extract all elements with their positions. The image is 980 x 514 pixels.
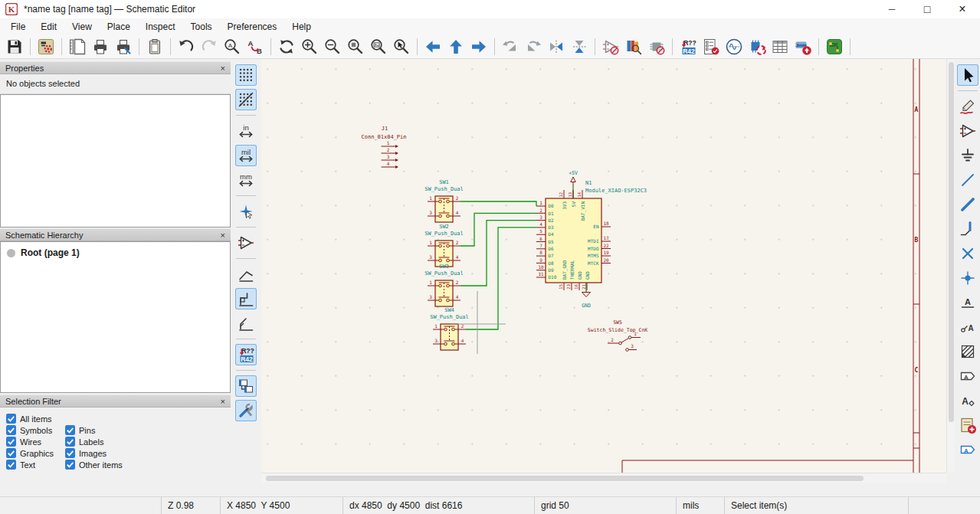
no-connect-button[interactable] [957, 243, 978, 264]
export-bom-button[interactable]: .bom [792, 36, 814, 57]
global-label-button[interactable]: A [957, 365, 978, 387]
symbol-fields-table-button[interactable] [769, 36, 791, 57]
menu-view[interactable]: View [64, 18, 100, 35]
nav-up-button[interactable] [445, 36, 467, 57]
filter-symbols[interactable]: Symbols [6, 425, 65, 435]
hierarchical-label-button[interactable]: A [957, 439, 978, 460]
connector-j1[interactable]: J1 Conn_01x04_Pin 1 2 3 4 [361, 126, 406, 169]
units-mm-button[interactable]: mm [235, 169, 257, 191]
rotate-cw-button[interactable] [523, 36, 544, 57]
menu-help[interactable]: Help [284, 18, 319, 35]
filter-labels[interactable]: Labels [65, 437, 225, 447]
menu-inspect[interactable]: Inspect [138, 18, 183, 35]
maximize-button[interactable]: □ [910, 0, 945, 18]
power-5v[interactable]: +5V [569, 170, 578, 188]
zoom-out-button[interactable] [322, 36, 343, 57]
open-pcb-editor-button[interactable] [824, 36, 845, 57]
filter-pins[interactable]: Pins [65, 425, 225, 435]
erc-button[interactable] [700, 36, 722, 57]
plot-button[interactable] [113, 36, 134, 57]
units-inches-button[interactable]: in [235, 120, 257, 142]
mirror-h-button[interactable] [546, 36, 567, 57]
page-settings-button[interactable] [67, 36, 88, 57]
filter-all-items[interactable]: All items [6, 414, 225, 424]
hidden-pins-button[interactable] [235, 232, 257, 254]
refresh-button[interactable] [276, 36, 297, 57]
rule-area-button[interactable] [957, 341, 978, 362]
menu-tools[interactable]: Tools [183, 18, 220, 35]
filter-text[interactable]: Text [6, 460, 65, 470]
place-power-port-button[interactable] [957, 145, 978, 166]
net-label-button[interactable]: A [957, 292, 978, 313]
horizontal-scrollbar-thumb[interactable] [266, 476, 864, 481]
nav-back-button[interactable] [422, 36, 444, 57]
hierarchical-sheet-button[interactable] [957, 414, 978, 436]
hierarchy-navigator-button[interactable] [235, 375, 257, 397]
hierarchy-root-item[interactable]: Root (page 1) [1, 242, 230, 258]
assign-footprints-button[interactable] [746, 36, 768, 57]
zoom-fit-button[interactable] [345, 36, 366, 57]
print-button[interactable] [90, 36, 111, 57]
filter-other-items[interactable]: Other items [65, 460, 225, 470]
filter-close-icon[interactable]: × [221, 397, 225, 406]
place-junction-button[interactable] [957, 267, 978, 289]
mirror-v-button[interactable] [569, 36, 590, 57]
undo-button[interactable] [175, 36, 197, 57]
annotate-auto-button[interactable] [235, 344, 257, 365]
redo-button[interactable] [198, 36, 220, 57]
place-symbol-button[interactable] [957, 120, 978, 142]
switch-sw2[interactable]: SW2 SW_Push_Dual [424, 224, 464, 267]
wire-90deg-button[interactable] [235, 288, 257, 309]
paste-button[interactable] [144, 36, 166, 57]
grid-visibility-button[interactable] [235, 64, 257, 86]
draw-bus-button[interactable] [957, 194, 978, 215]
simulator-button[interactable] [723, 36, 745, 57]
filter-wires[interactable]: Wires [6, 437, 65, 447]
properties-close-icon[interactable]: × [221, 64, 225, 73]
place-text-button[interactable]: A [957, 390, 978, 411]
symbol-library-browser-button[interactable] [623, 36, 644, 57]
schematic-canvas[interactable]: 1 2 3 4 A B C J1 Conn_01x04_Pin [261, 59, 946, 473]
switch-sw5[interactable]: SW5 Switch_Slide_Top_CnK 2 1 3 [588, 319, 647, 351]
minimize-button[interactable]: ─ [874, 0, 910, 18]
nav-forward-button[interactable] [468, 36, 490, 57]
filter-graphics[interactable]: Graphics [6, 448, 65, 458]
horizontal-scrollbar[interactable] [261, 473, 946, 483]
vertical-scrollbar[interactable] [946, 59, 955, 473]
annotate-button[interactable] [677, 36, 699, 57]
edit-symbol-button[interactable] [600, 36, 621, 57]
zoom-selection-button[interactable] [391, 36, 412, 57]
zoom-in-button[interactable] [299, 36, 320, 57]
save-button[interactable] [4, 36, 25, 57]
highlight-net-button[interactable] [957, 96, 978, 117]
menu-file[interactable]: File [3, 18, 33, 35]
find-button[interactable]: A [221, 36, 243, 57]
draw-wire-button[interactable] [957, 169, 978, 191]
menu-preferences[interactable]: Preferences [220, 18, 285, 35]
units-mils-button[interactable]: mil [235, 145, 257, 166]
module-n1[interactable]: N1 Module_XIAO-ESP32C3 1 2 3 4 5 6 7 8 [536, 180, 647, 291]
netclass-directive-button[interactable]: A [957, 316, 978, 338]
menu-edit[interactable]: Edit [33, 18, 64, 35]
wire-45deg-button[interactable] [235, 313, 257, 334]
rotate-ccw-button[interactable] [500, 36, 521, 57]
find-replace-button[interactable]: AB [244, 36, 266, 57]
wire-to-bus-entry-button[interactable] [957, 218, 978, 240]
cursor-shape-button[interactable] [235, 201, 257, 222]
grid-override-button[interactable] [235, 89, 257, 110]
schematic-setup-button[interactable] [35, 36, 57, 57]
close-button[interactable]: × [945, 0, 980, 18]
hierarchy-close-icon[interactable]: × [221, 231, 225, 240]
vertical-scrollbar-thumb[interactable] [949, 62, 954, 422]
switch-sw3[interactable]: SW3 SW_Push_Dual [424, 264, 464, 306]
switch-sw1[interactable]: SW1 SW_Push_Dual [424, 179, 464, 222]
power-gnd[interactable]: GND [582, 291, 591, 309]
properties-panel-toggle[interactable] [235, 400, 257, 421]
switch-sw4[interactable]: SW4 SW_Push_Dual [430, 307, 469, 350]
menu-place[interactable]: Place [100, 18, 138, 35]
selection-tool-button[interactable] [957, 64, 978, 86]
filter-images[interactable]: Images [65, 448, 225, 458]
zoom-fit-objects-button[interactable] [368, 36, 389, 57]
edit-footprint-button[interactable] [646, 36, 667, 57]
wire-free-angle-button[interactable] [235, 264, 257, 285]
